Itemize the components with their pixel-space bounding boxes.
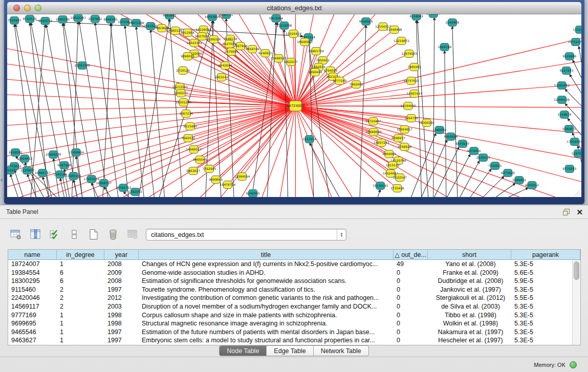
- graph-node[interactable]: 9242845: [246, 190, 260, 198]
- graph-node[interactable]: 8096917: [391, 135, 405, 142]
- graph-node[interactable]: 19384554: [234, 173, 250, 181]
- table-cell[interactable]: Estimation of the future numbers of pati…: [139, 328, 394, 337]
- black-edge[interactable]: [460, 161, 480, 197]
- table-cell[interactable]: 2003: [104, 302, 139, 311]
- select-columns-icon[interactable]: [48, 228, 61, 241]
- graph-node[interactable]: 6471626: [501, 169, 515, 177]
- black-edge[interactable]: [483, 176, 504, 197]
- graph-node[interactable]: 9733804: [426, 14, 440, 18]
- float-panel-icon[interactable]: [562, 208, 570, 216]
- graph-node[interactable]: 7632621: [488, 162, 502, 170]
- graph-node[interactable]: 8134043: [409, 14, 423, 20]
- resize-grip[interactable]: [573, 189, 580, 196]
- graph-node[interactable]: 6775293: [563, 165, 577, 173]
- graph-node[interactable]: 10688609: [366, 128, 382, 136]
- table-cell[interactable]: Tourette syndrome. Phenomenology and cla…: [139, 286, 394, 294]
- graph-node[interactable]: 6879197: [456, 140, 470, 148]
- table-cell[interactable]: 5.3E-5: [511, 286, 572, 294]
- network-canvas[interactable]: 7529407873312514055722069140106532871527…: [7, 14, 581, 197]
- table-cell[interactable]: 5.3E-5: [511, 328, 572, 337]
- table-cell[interactable]: de Silva et al. (2003): [428, 302, 511, 311]
- dropdown-spinner-icon[interactable]: ▲▼: [337, 229, 346, 240]
- table-cell[interactable]: 1: [57, 319, 104, 328]
- black-edge[interactable]: [570, 74, 581, 93]
- table-row[interactable]: 2242004622012Investigating the contribut…: [8, 294, 572, 302]
- table-cell[interactable]: Changes of HCN gene expression and I(f) …: [139, 260, 394, 269]
- table-cell[interactable]: Genome-wide association studies in ADHD.: [139, 269, 394, 277]
- delete-trash-icon[interactable]: [106, 228, 120, 241]
- table-cell[interactable]: Yano et al. (2008): [428, 260, 511, 269]
- black-edge[interactable]: [74, 180, 77, 197]
- graph-node[interactable]: 11325419: [286, 30, 301, 38]
- table-cell[interactable]: Hescheler et al. (1997): [428, 336, 511, 345]
- table-cell[interactable]: 0: [394, 277, 428, 286]
- table-cell[interactable]: 2: [57, 302, 104, 311]
- red-edge[interactable]: [296, 106, 332, 197]
- network-view-window[interactable]: citations_edges.txt 75294078733125140557…: [4, 0, 584, 204]
- graph-node[interactable]: 9329966: [563, 53, 577, 60]
- black-edge[interactable]: [14, 170, 23, 197]
- graph-node[interactable]: 18757515: [403, 77, 419, 85]
- graph-node[interactable]: 18300295: [419, 119, 434, 127]
- graph-node[interactable]: 12219872: [394, 37, 409, 45]
- table-cell[interactable]: 0: [394, 319, 428, 328]
- table-cell[interactable]: 14569117: [8, 302, 57, 311]
- table-cell[interactable]: 6: [57, 269, 104, 277]
- table-cell[interactable]: 0: [394, 294, 428, 302]
- graph-node[interactable]: 1640954: [432, 126, 446, 134]
- red-edge[interactable]: [262, 106, 295, 197]
- black-edge[interactable]: [123, 191, 128, 197]
- graph-node[interactable]: 15751074: [568, 38, 581, 46]
- window-titlebar[interactable]: citations_edges.txt: [7, 2, 581, 14]
- graph-node[interactable]: 9245012: [525, 182, 539, 189]
- graph-node[interactable]: 1664794: [438, 43, 451, 51]
- column-chooser-icon[interactable]: [29, 228, 42, 241]
- table-row[interactable]: 1830029562008Estimation of significance …: [8, 277, 572, 286]
- table-cell[interactable]: 9699695: [8, 319, 57, 328]
- table-cell[interactable]: Investigating the contribution of common…: [139, 294, 394, 302]
- table-cell[interactable]: 0: [394, 286, 428, 294]
- black-edge[interactable]: [496, 183, 515, 197]
- tab-node-table[interactable]: Node Table: [219, 345, 267, 356]
- graph-node[interactable]: 13218506: [276, 22, 292, 30]
- red-edge[interactable]: [296, 106, 398, 188]
- red-edge[interactable]: [7, 106, 296, 110]
- graph-node[interactable]: 7692530: [181, 135, 195, 142]
- table-cell[interactable]: 1: [57, 336, 104, 345]
- graph-node[interactable]: 1527602: [88, 15, 102, 23]
- graph-node[interactable]: 9474444: [467, 147, 481, 155]
- graph-node[interactable]: 1112403: [573, 26, 581, 34]
- table-cell[interactable]: 5.3E-5: [511, 319, 572, 328]
- graph-node[interactable]: 1733426: [390, 185, 404, 192]
- graph-node[interactable]: 9063981: [163, 14, 177, 19]
- graph-node[interactable]: 12444139: [554, 96, 570, 104]
- black-edge[interactable]: [111, 23, 128, 197]
- table-cell[interactable]: 9115460: [8, 286, 57, 294]
- graph-node[interactable]: 9634505: [359, 18, 373, 26]
- graph-node[interactable]: 17016504: [567, 138, 581, 146]
- graph-node[interactable]: 12093852: [554, 82, 570, 90]
- table-cell[interactable]: Tibbo et al. (1998): [428, 311, 511, 320]
- column-header-0[interactable]: name: [8, 250, 57, 259]
- red-edge[interactable]: [296, 84, 581, 106]
- table-cell[interactable]: Dudbridge et al. (2008): [428, 277, 511, 286]
- table-cell[interactable]: Estimation of significance thresholds fo…: [139, 277, 394, 286]
- table-cell[interactable]: 2: [57, 294, 104, 302]
- table-cell[interactable]: 9465546: [8, 328, 57, 337]
- red-edge[interactable]: [280, 106, 295, 197]
- red-edge[interactable]: [7, 106, 296, 156]
- graph-node[interactable]: 9463627: [186, 167, 200, 175]
- table-cell[interactable]: 49: [394, 260, 428, 269]
- graph-node[interactable]: 10653287: [70, 14, 86, 22]
- table-row[interactable]: 911546021997Tourette syndrome. Phenomeno…: [8, 286, 572, 294]
- table-header-row[interactable]: namein_degreeyeartitle△ out_de...shortpa…: [8, 250, 580, 260]
- graph-node[interactable]: 1405572: [38, 17, 52, 25]
- black-edge[interactable]: [411, 133, 436, 197]
- red-edge[interactable]: [296, 14, 376, 106]
- table-row[interactable]: 977716911998Corpus callosum shape and si…: [8, 311, 572, 320]
- graph-node[interactable]: 7252945: [202, 165, 216, 173]
- black-edge[interactable]: [579, 46, 581, 62]
- table-selector-dropdown[interactable]: citations_edges.txt ▲▼: [146, 229, 346, 240]
- graph-node[interactable]: 13164640: [400, 102, 416, 110]
- table-cell[interactable]: 9463627: [8, 336, 57, 345]
